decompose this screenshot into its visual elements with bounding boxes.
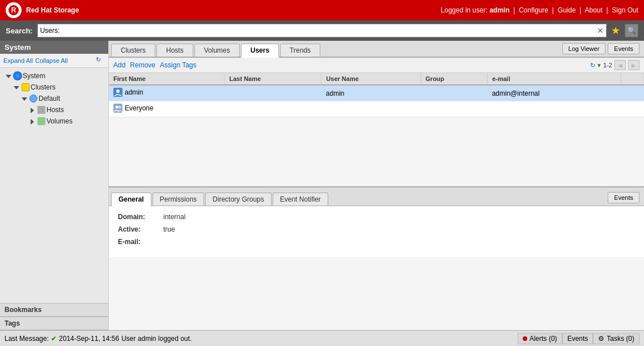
status-timestamp: 2014-Sep-11, 14:56	[59, 335, 119, 343]
app-title: Red Hat Storage	[26, 6, 79, 14]
tab-clusters[interactable]: Clusters	[111, 44, 155, 57]
logo: R Red Hat Storage	[6, 2, 79, 18]
tree: System Clusters Default Hosts	[0, 68, 108, 303]
nav-tabs: Clusters Hosts Volumes Users Trends	[109, 41, 558, 57]
refresh-view-button[interactable]: ↻	[590, 62, 595, 69]
status-message: Last Message: ✔ 2014-Sep-11, 14:56 User …	[5, 335, 513, 343]
tree-item-default[interactable]: Default	[0, 93, 108, 104]
svg-point-5	[116, 106, 118, 109]
log-viewer-button[interactable]: Log Viewer	[562, 43, 606, 54]
detail-tab-directory-groups[interactable]: Directory Groups	[205, 193, 272, 206]
search-label: Search:	[6, 27, 33, 35]
col-actions	[621, 73, 643, 85]
user-admin-icon	[113, 88, 122, 97]
detail-content: Domain: internal Active: true E-mail:	[109, 206, 644, 257]
search-submit-button[interactable]: 🔍	[625, 24, 638, 37]
detail-events-button[interactable]: Events	[608, 192, 639, 203]
add-button[interactable]: Add	[113, 61, 125, 69]
volumes-icon	[36, 117, 46, 126]
tags-section[interactable]: Tags	[0, 317, 108, 330]
tree-item-volumes[interactable]: Volumes	[0, 116, 108, 127]
search-clear-button[interactable]: ✕	[597, 26, 604, 35]
detail-active-row: Active: true	[118, 225, 635, 233]
detail-tab-event-notifier[interactable]: Event Notifier	[273, 193, 328, 206]
cell-email	[488, 101, 621, 117]
hosts-icon	[36, 105, 46, 114]
search-input-wrap: ✕	[37, 24, 607, 37]
status-text: User admin logged out.	[121, 335, 192, 343]
cell-user-name	[321, 101, 421, 117]
email-label: E-mail:	[118, 238, 163, 246]
tab-volumes[interactable]: Volumes	[194, 44, 240, 57]
content-area: Clusters Hosts Volumes Users Trends Log …	[109, 41, 644, 330]
refresh-dropdown-button[interactable]: ▾	[598, 62, 601, 69]
sign-out-link[interactable]: Sign Out	[612, 6, 638, 14]
cell-first-name: admin	[109, 85, 224, 101]
toolbar: Add Remove Assign Tags ↻ ▾ 1-2 ◀ ▶	[109, 58, 644, 73]
tree-item-system[interactable]: System	[0, 70, 108, 82]
alerts-button[interactable]: Alerts (0)	[518, 333, 562, 344]
next-page-button[interactable]: ▶	[628, 60, 639, 70]
tree-label-default: Default	[39, 95, 60, 102]
detail-tab-permissions[interactable]: Permissions	[152, 193, 204, 206]
search-bar: Search: ✕ ★ 🔍	[0, 20, 644, 41]
status-ok-icon: ✔	[51, 335, 57, 343]
prev-page-button[interactable]: ◀	[615, 60, 626, 70]
main-layout: System Expand All Collapse All ↻ System …	[0, 41, 644, 330]
users-table: First Name Last Name User Name Group e-m…	[109, 73, 644, 186]
cell-group	[421, 85, 488, 101]
col-first-name: First Name	[109, 73, 224, 85]
detail-tabs: General Permissions Directory Groups Eve…	[111, 193, 603, 206]
bookmark-star-icon[interactable]: ★	[611, 24, 620, 37]
tasks-button[interactable]: ⚙ Tasks (0)	[593, 333, 639, 344]
search-input[interactable]	[40, 27, 597, 35]
sidebar-title: System	[0, 41, 108, 54]
events-header-button[interactable]: Events	[608, 43, 639, 54]
detail-domain-row: Domain: internal	[118, 213, 635, 221]
cell-first-name: Everyone	[109, 101, 224, 117]
alert-dot-icon	[523, 336, 527, 341]
table-row[interactable]: Everyone	[109, 101, 644, 117]
tree-item-clusters[interactable]: Clusters	[0, 82, 108, 93]
svg-text:R: R	[11, 6, 16, 14]
header-right: Logged in user: admin | Configure | Guid…	[440, 6, 638, 14]
svg-point-6	[118, 106, 121, 109]
table-row[interactable]: admin admin admin@internal	[109, 85, 644, 101]
bookmarks-section[interactable]: Bookmarks	[0, 303, 108, 317]
detail-tab-general[interactable]: General	[111, 193, 151, 207]
about-link[interactable]: About	[584, 6, 602, 14]
expand-all-button[interactable]: Expand All	[3, 57, 33, 64]
toolbar-right: ↻ ▾ 1-2 ◀ ▶	[590, 60, 639, 70]
user-info-label: Logged in user:	[440, 6, 488, 14]
sidebar-controls: Expand All Collapse All ↻	[0, 54, 108, 68]
col-last-name: Last Name	[224, 73, 321, 85]
guide-link[interactable]: Guide	[558, 6, 576, 14]
col-email: e-mail	[488, 73, 621, 85]
refresh-button[interactable]: ↻	[96, 56, 105, 65]
clusters-icon	[20, 83, 31, 92]
configure-link[interactable]: Configure	[519, 6, 548, 14]
tree-label-clusters: Clusters	[31, 83, 56, 91]
collapse-all-button[interactable]: Collapse All	[35, 57, 67, 64]
cell-last-name	[224, 85, 321, 101]
cell-actions	[621, 101, 643, 117]
remove-button[interactable]: Remove	[130, 61, 155, 69]
tree-item-hosts[interactable]: Hosts	[0, 104, 108, 116]
assign-tags-button[interactable]: Assign Tags	[160, 61, 196, 69]
domain-label: Domain:	[118, 213, 163, 221]
active-value: true	[163, 225, 175, 233]
tab-trends[interactable]: Trends	[280, 44, 320, 57]
username: admin	[489, 6, 509, 14]
events-status-button[interactable]: Events	[562, 333, 594, 344]
sidebar: System Expand All Collapse All ↻ System …	[0, 41, 109, 330]
tasks-label: Tasks (0)	[607, 335, 634, 343]
status-right: Alerts (0) Events ⚙ Tasks (0)	[518, 333, 639, 344]
svg-point-3	[116, 89, 120, 93]
col-user-name: User Name	[321, 73, 421, 85]
logo-icon: R	[6, 2, 22, 18]
tab-users[interactable]: Users	[241, 44, 279, 58]
tab-hosts[interactable]: Hosts	[156, 44, 193, 57]
header: R Red Hat Storage Logged in user: admin …	[0, 0, 644, 20]
alerts-label: Alerts (0)	[529, 335, 557, 343]
tree-label-system: System	[23, 72, 45, 80]
